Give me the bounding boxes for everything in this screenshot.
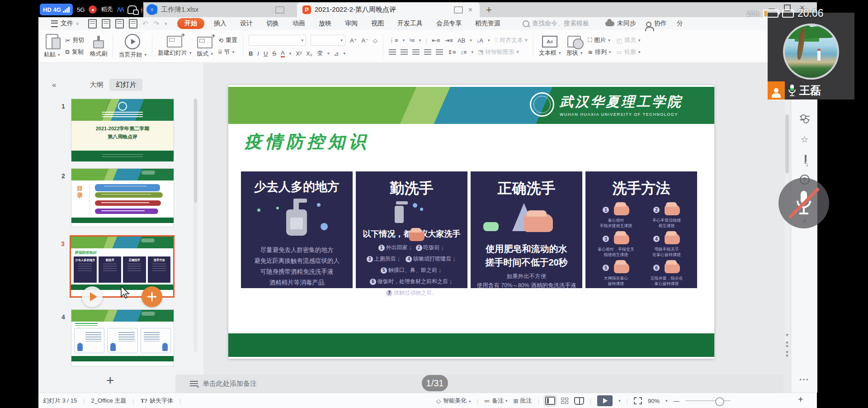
- align-left-button[interactable]: [389, 49, 396, 55]
- bold-button[interactable]: B: [249, 50, 253, 57]
- undo-icon[interactable]: ↶: [142, 19, 148, 28]
- fill-button[interactable]: ◰ 填充▾: [617, 36, 641, 44]
- participant-video-tile[interactable]: 王磊: [768, 13, 854, 100]
- normal-view-button[interactable]: [545, 397, 555, 405]
- font-size-select[interactable]: ▾: [311, 35, 345, 46]
- collapse-panel-button[interactable]: «: [52, 81, 56, 90]
- slide-thumbnail-2[interactable]: 2 目 录: [71, 168, 174, 227]
- text-direction-button[interactable]: ↓A: [476, 37, 483, 44]
- tab-docer[interactable]: 稻壳资源: [471, 18, 505, 29]
- add-slide-here-button[interactable]: [142, 286, 162, 307]
- new-slide-button[interactable]: 新建幻灯片▾: [158, 36, 192, 57]
- sync-status[interactable]: 未同步: [605, 19, 636, 28]
- add-slide-button[interactable]: +: [106, 373, 114, 388]
- tab-developer[interactable]: 开发工具: [393, 18, 427, 29]
- tab-workbook[interactable]: S 工作簿1.xlsx: [143, 2, 290, 17]
- magic-beautify-icon[interactable]: ☆: [801, 134, 809, 145]
- tab-review[interactable]: 审阅: [341, 18, 362, 29]
- notes-button[interactable]: ≔ 备注▾: [484, 397, 508, 405]
- line-spacing-button[interactable]: ⇕≡: [448, 49, 456, 56]
- outline-button[interactable]: ▭ 轮廓▾: [617, 48, 641, 56]
- increase-font-button[interactable]: A⁺: [350, 37, 357, 44]
- reset-button[interactable]: ⟲ 重置: [218, 36, 237, 44]
- change-case-button[interactable]: AB: [458, 37, 465, 44]
- bullets-button[interactable]: ⋮≡: [389, 37, 398, 44]
- font-family-select[interactable]: ▾: [249, 35, 306, 46]
- clear-format-button[interactable]: ◇: [373, 37, 377, 44]
- present-screen-icon[interactable]: [454, 6, 463, 14]
- fit-slide-icon[interactable]: [634, 397, 642, 404]
- file-menu[interactable]: 文件 ∨: [51, 19, 79, 28]
- export-pdf-icon[interactable]: [102, 19, 110, 28]
- tab-slides[interactable]: 幻灯片: [109, 79, 142, 91]
- highlight-button[interactable]: ⊿: [334, 50, 339, 57]
- missing-font-warning[interactable]: T? 缺失字体: [141, 397, 173, 405]
- tips-lightbulb-icon[interactable]: ♀: [146, 4, 157, 15]
- slide-thumbnail-4[interactable]: 4: [71, 309, 174, 366]
- play-options-caret[interactable]: ▾: [618, 399, 621, 403]
- tab-design[interactable]: 设计: [236, 18, 257, 29]
- play-slide-button[interactable]: [82, 286, 103, 307]
- section-button[interactable]: ⌸ 节▾: [218, 48, 237, 56]
- tab-home[interactable]: 开始: [177, 18, 204, 29]
- decrease-font-button[interactable]: A⁻: [361, 37, 368, 44]
- tab-view[interactable]: 视图: [367, 18, 388, 29]
- numbering-button[interactable]: ¹≡: [409, 37, 415, 44]
- strikethrough-button[interactable]: S: [272, 50, 276, 57]
- tab-member[interactable]: 会员专享: [432, 18, 466, 29]
- smart-beautify-button[interactable]: ◇ 智能美化 ▴: [436, 397, 471, 405]
- muted-mic-button[interactable]: [778, 178, 829, 228]
- tab-insert[interactable]: 插入: [210, 18, 231, 29]
- to-smart-graphic-button[interactable]: ⬔ 转智能图形 ▾: [478, 48, 519, 56]
- paste-button[interactable]: 粘贴▾: [44, 34, 60, 59]
- slideshow-play-button[interactable]: [597, 395, 613, 406]
- more-options-icon[interactable]: •••: [799, 376, 810, 383]
- scroll-down-icon[interactable]: ▾: [786, 333, 788, 337]
- shapes-button[interactable]: 形状▾: [566, 36, 583, 57]
- tab-slideshow[interactable]: 放映: [315, 18, 335, 29]
- print-icon[interactable]: [115, 19, 124, 28]
- subscript-button[interactable]: X₂: [306, 50, 312, 57]
- panel-scrollbar-thumb[interactable]: [194, 99, 197, 203]
- collaborate-button[interactable]: 协作: [646, 19, 667, 28]
- theme-label[interactable]: 2_Office 主题: [91, 397, 127, 405]
- command-search[interactable]: 查找命令、搜索模板: [523, 19, 589, 28]
- panel-scrollbar[interactable]: [193, 99, 198, 352]
- picture-button[interactable]: ⛶ 图片▾: [588, 36, 611, 44]
- slide-thumbnail-1[interactable]: 1 2021-2022学年第二学期 第八周晚点评: [71, 99, 174, 158]
- arrange-button[interactable]: ≋ 排列▾: [588, 48, 611, 56]
- font-color-button[interactable]: A: [281, 49, 285, 57]
- align-right-button[interactable]: [412, 49, 420, 55]
- zoom-level-label[interactable]: 90%: [648, 398, 660, 404]
- superscript-button[interactable]: X²: [296, 50, 302, 57]
- increase-indent-button[interactable]: ⇥≡: [444, 37, 453, 44]
- zoom-slider[interactable]: [685, 400, 731, 401]
- phonetic-guide-button[interactable]: 变: [317, 49, 323, 57]
- distribute-button[interactable]: [436, 49, 443, 55]
- canvas-scrollbar-thumb[interactable]: [785, 114, 789, 173]
- more-commands-icon[interactable]: ∨: [164, 21, 167, 26]
- tab-transition[interactable]: 切换: [262, 18, 283, 29]
- decrease-indent-button[interactable]: ⇤≡: [432, 37, 440, 44]
- align-center-button[interactable]: [401, 49, 408, 55]
- tab-presentation[interactable]: P 2021-2022-2-第八周晚点评 ×: [297, 2, 480, 17]
- paragraph-spacing-button[interactable]: ↕≡: [461, 49, 467, 56]
- notes-bar[interactable]: 单击此处添加备注: [175, 375, 783, 393]
- slide-sorter-view-button[interactable]: [561, 398, 568, 404]
- align-text-button[interactable]: ⌷ 对齐文本 ▾: [495, 36, 528, 44]
- redo-icon[interactable]: ↷: [153, 19, 159, 28]
- zoom-in-button[interactable]: +: [798, 394, 803, 405]
- tab-outline[interactable]: 大纲: [83, 79, 109, 91]
- format-painter-button[interactable]: 格式刷: [90, 35, 107, 58]
- share-button[interactable]: 分: [677, 19, 683, 28]
- slide-canvas[interactable]: 武汉华夏理工学院 WUHAN HUAXIA UNIVERSITY OF TECH…: [228, 85, 714, 359]
- new-tab-button[interactable]: +: [480, 2, 498, 17]
- switch-window-icon[interactable]: [805, 155, 807, 164]
- copy-button[interactable]: ⧉ 复制: [66, 48, 85, 56]
- italic-button[interactable]: I: [257, 50, 259, 57]
- zoom-out-button[interactable]: —: [674, 398, 679, 404]
- reading-view-button[interactable]: [574, 397, 584, 405]
- play-from-current-button[interactable]: 当页开始▾: [118, 34, 146, 59]
- tab-animation[interactable]: 动画: [288, 18, 309, 29]
- text-box-button[interactable]: A≡ 文本框▾: [539, 36, 561, 57]
